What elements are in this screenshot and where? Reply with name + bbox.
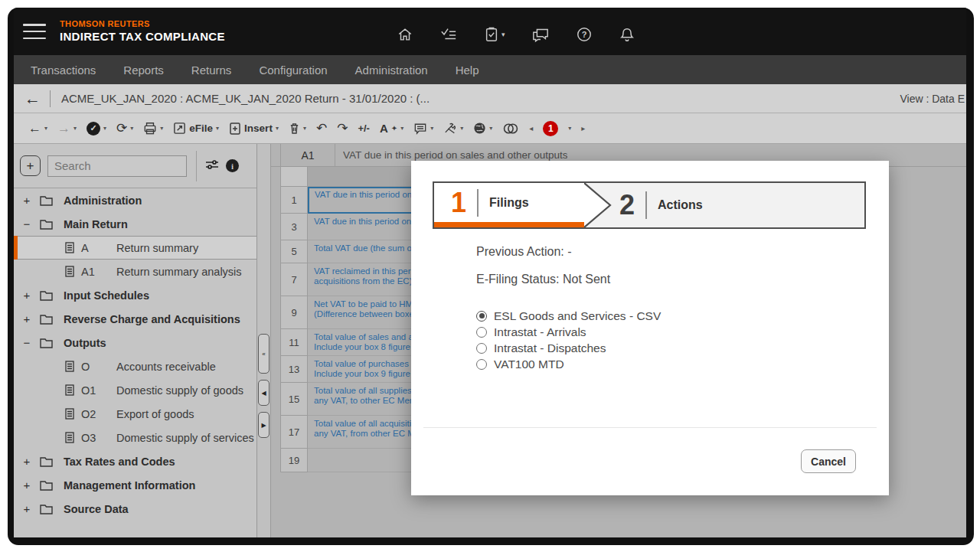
- expander-icon[interactable]: +: [21, 312, 32, 325]
- menu-administration[interactable]: Administration: [355, 64, 428, 77]
- home-icon[interactable]: [397, 26, 413, 43]
- tree-item-export-of-goods[interactable]: O2 Export of goods: [14, 402, 256, 426]
- hamburger-menu-icon[interactable]: [23, 24, 46, 39]
- option-intrastat-dispatches[interactable]: Intrastat - Dispatches: [476, 340, 858, 356]
- add-button[interactable]: +: [20, 155, 41, 176]
- validate-button[interactable]: ✓▾: [84, 120, 109, 137]
- menu-transactions[interactable]: Transactions: [31, 64, 96, 77]
- menu-reports[interactable]: Reports: [123, 64, 164, 77]
- tree-folder-management-information[interactable]: + Management Information: [14, 473, 256, 497]
- prev-item-button[interactable]: ◂: [527, 122, 535, 134]
- tree-folder-administration[interactable]: + Administration: [14, 188, 256, 212]
- tree-folder-outputs[interactable]: − Outputs: [14, 331, 256, 354]
- clipboard-check-icon[interactable]: ▾: [484, 26, 505, 43]
- collapse-icon[interactable]: −: [21, 336, 32, 349]
- back-icon: ←: [28, 122, 41, 135]
- info-icon[interactable]: i: [226, 159, 239, 172]
- tasks-icon[interactable]: [439, 26, 458, 43]
- filter-sliders-icon[interactable]: [205, 158, 219, 174]
- tree-folder-main-return[interactable]: − Main Return: [14, 212, 256, 236]
- tree-folder-reverse-charge[interactable]: + Reverse Charge and Acquisitions: [14, 307, 256, 331]
- tree-item-return-summary[interactable]: A Return summary: [14, 236, 256, 260]
- tree-item-return-summary-analysis[interactable]: A1 Return summary analysis: [14, 260, 256, 283]
- expand-panel-button[interactable]: ▶: [258, 412, 270, 438]
- efiling-status-text: E-Filing Status: Not Sent: [476, 273, 858, 286]
- step-divider: [477, 189, 479, 217]
- tree-item-domestic-supply-services[interactable]: O3 Domestic supply of services: [14, 426, 256, 449]
- row-header[interactable]: 17: [280, 416, 308, 449]
- badge-dropdown[interactable]: ▾: [566, 123, 573, 133]
- radio-icon[interactable]: [476, 359, 487, 370]
- row-header[interactable]: 3: [280, 214, 308, 240]
- refresh-button[interactable]: ⟳▾: [114, 120, 136, 136]
- delete-button[interactable]: ▾: [286, 120, 309, 136]
- row-header[interactable]: 11: [280, 329, 308, 356]
- format-button[interactable]: A✦▾: [377, 121, 406, 136]
- sidebar-header-divider: [196, 151, 197, 181]
- row-header[interactable]: 15: [280, 383, 308, 416]
- menu-returns[interactable]: Returns: [191, 64, 232, 77]
- radio-selected-icon[interactable]: [476, 311, 487, 322]
- compare-icon: [502, 122, 519, 135]
- option-intrastat-arrivals[interactable]: Intrastat - Arrivals: [476, 324, 858, 340]
- panel-splitter[interactable]: « ◀ ▶: [257, 144, 271, 537]
- row-header[interactable]: 5: [280, 240, 308, 263]
- back-arrow-icon[interactable]: ←: [24, 90, 41, 106]
- radio-icon[interactable]: [476, 327, 487, 338]
- bell-icon[interactable]: [619, 26, 635, 43]
- wizard-step-filings[interactable]: 1 Filings: [434, 183, 584, 227]
- tree-folder-input-schedules[interactable]: + Input Schedules: [14, 283, 256, 307]
- expander-icon[interactable]: +: [21, 455, 32, 468]
- cancel-button[interactable]: Cancel: [801, 449, 856, 473]
- help-icon[interactable]: ?: [576, 26, 593, 43]
- notification-badge[interactable]: 1: [541, 119, 560, 138]
- folder-icon: [40, 504, 53, 514]
- menu-help[interactable]: Help: [456, 64, 479, 77]
- document-icon: [65, 384, 74, 396]
- compare-button[interactable]: [500, 121, 521, 136]
- menu-configuration[interactable]: Configuration: [259, 64, 327, 77]
- cell-name-box[interactable]: A1: [280, 144, 335, 166]
- row-header[interactable]: 19: [280, 449, 308, 472]
- option-vat100-mtd[interactable]: VAT100 MTD: [476, 356, 858, 372]
- radio-icon[interactable]: [476, 343, 487, 354]
- folder-icon: [40, 219, 53, 230]
- expander-icon[interactable]: +: [21, 194, 32, 207]
- expander-icon[interactable]: +: [21, 479, 32, 492]
- row-header[interactable]: 9: [280, 296, 308, 329]
- plus-minus-button[interactable]: +/-: [355, 122, 372, 135]
- comment-button[interactable]: ▾: [411, 121, 436, 136]
- collapse-icon[interactable]: −: [21, 217, 32, 230]
- document-icon: [65, 266, 74, 277]
- tools-button[interactable]: ▾: [441, 121, 466, 136]
- breadcrumb-divider: [50, 90, 51, 107]
- folder-icon: [40, 456, 53, 467]
- efile-button[interactable]: eFile▾: [171, 120, 221, 136]
- forward-button[interactable]: →▾: [55, 120, 79, 136]
- row-header[interactable]: 13: [280, 356, 308, 383]
- tree-item-accounts-receivable[interactable]: O Accounts receivable: [14, 354, 256, 378]
- option-esl-goods-services-csv[interactable]: ESL Goods and Services - CSV: [476, 308, 858, 324]
- row-header[interactable]: 7: [280, 263, 308, 296]
- back-button[interactable]: ←▾: [26, 120, 50, 136]
- tree-folder-source-data[interactable]: + Source Data: [14, 497, 256, 521]
- chat-icon[interactable]: [531, 26, 550, 43]
- shrink-panel-button[interactable]: ◀: [258, 380, 270, 406]
- expander-icon[interactable]: +: [21, 289, 32, 302]
- tree-item-domestic-supply-goods[interactable]: O1 Domestic supply of goods: [14, 378, 256, 402]
- print-button[interactable]: ▾: [141, 120, 165, 136]
- insert-button[interactable]: Insert▾: [227, 120, 281, 137]
- search-input[interactable]: [47, 155, 187, 177]
- collapse-panel-button[interactable]: «: [258, 334, 270, 374]
- next-item-button[interactable]: ▸: [579, 122, 587, 134]
- wizard-step-actions[interactable]: 2 Actions: [613, 183, 864, 227]
- redo-button[interactable]: ↷: [335, 120, 350, 136]
- undo-button[interactable]: ↶: [314, 120, 329, 136]
- globe-button[interactable]: ▾: [471, 120, 495, 136]
- tree-folder-tax-rates[interactable]: + Tax Rates and Codes: [14, 449, 256, 473]
- formula-text[interactable]: VAT due in this period on sales and othe…: [343, 149, 567, 161]
- row-header[interactable]: 1: [280, 187, 308, 214]
- expander-icon[interactable]: +: [21, 502, 32, 515]
- grid-corner-cell[interactable]: [280, 167, 308, 187]
- wizard-steps: 1 Filings 2 Actions: [433, 181, 866, 229]
